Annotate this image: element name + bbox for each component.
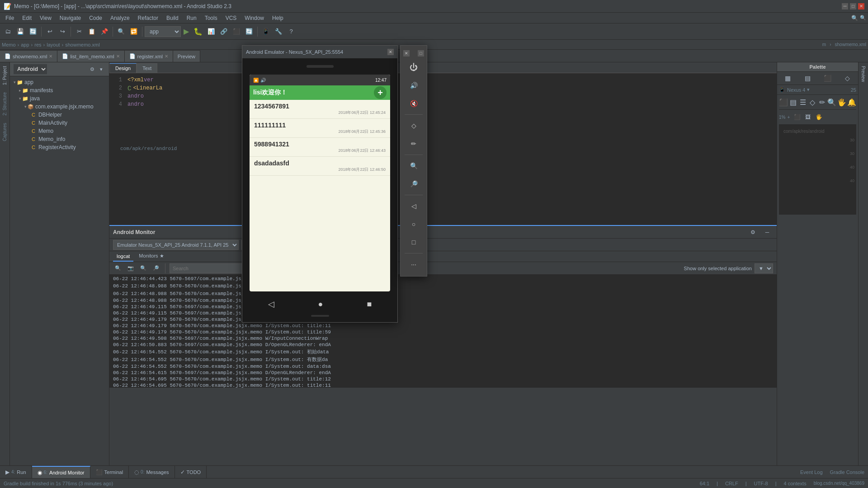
tree-item-manifests[interactable]: ▸ 📁 manifests — [10, 86, 109, 94]
menu-help[interactable]: Help — [269, 14, 287, 22]
toolbar-sdk[interactable]: 🔧 — [273, 26, 284, 38]
gradle-console-btn[interactable]: Gradle Console — [826, 469, 868, 475]
bottom-tab-terminal[interactable]: ⬛ Terminal — [90, 466, 129, 478]
emulator-titlebar[interactable]: Android Emulator - Nexus_5X_API_25:5554 … — [242, 46, 397, 58]
home-btn-ctrl[interactable]: ○ — [406, 216, 422, 232]
collapse-all-button[interactable]: ▾ — [97, 65, 105, 73]
memo-item-1[interactable]: 111111111 2018年06月22日 12:45:36 — [250, 119, 390, 138]
run-button[interactable]: ▶ — [182, 26, 191, 37]
logcat-tab[interactable]: logcat — [113, 252, 133, 262]
breadcrumb-app[interactable]: app — [21, 42, 29, 47]
rotate-right-button[interactable]: ✏ — [406, 136, 422, 152]
back-btn-ctrl[interactable]: ◁ — [406, 198, 422, 214]
log-line-11[interactable]: 06-22 12:46:54.552 5670-5670/com.example… — [109, 348, 777, 356]
rvtab-preview[interactable]: Preview — [860, 62, 867, 86]
log-line-16[interactable]: 06-22 12:46:54.695 5670-5670/com.example… — [109, 382, 777, 388]
memo-item-2[interactable]: 5988941321 2018年06月22日 12:46:43 — [250, 138, 390, 157]
menu-code[interactable]: Code — [85, 14, 106, 22]
palette-layout-icon[interactable]: ⬛ — [822, 73, 833, 84]
emu-close[interactable]: ✕ — [403, 50, 410, 56]
toolbar-attach[interactable]: 🔗 — [218, 26, 230, 38]
emulator-close-btn[interactable]: ✕ — [387, 49, 394, 55]
fullscreen-btn[interactable]: 🖼 — [802, 112, 813, 122]
toolbar-icon1[interactable]: 🗂 — [2, 26, 14, 38]
tab-list-item-memo[interactable]: 📄 list_item_memo.xml ✕ — [57, 50, 124, 62]
tab-preview[interactable]: Preview — [173, 50, 200, 62]
monitor-minimize-btn[interactable]: ─ — [761, 226, 773, 238]
toolbar-icon2[interactable]: 💾 — [14, 26, 26, 38]
breadcrumb-memo[interactable]: Memo — [2, 42, 16, 47]
bottom-tab-messages[interactable]: ◌ 0: Messages — [129, 466, 175, 478]
log-line-13[interactable]: 06-22 12:46:54.552 5670-5670/com.example… — [109, 363, 777, 370]
sync-button[interactable]: ⚙ — [88, 65, 96, 73]
tree-item-memo[interactable]: C Memo — [10, 127, 109, 135]
log-area[interactable]: 06-22 12:46:44.423 5670-5697/com.example… — [109, 275, 777, 388]
power-button[interactable]: ⏻ — [406, 59, 422, 75]
log-line-6[interactable]: 06-22 12:46:49.179 5670-5670/com.example… — [109, 316, 777, 323]
log-line-1[interactable]: 06-22 12:46:48.988 5670-5670/com.example… — [109, 282, 777, 290]
monitor-settings-btn[interactable]: ⚙ — [747, 226, 759, 238]
tree-item-java[interactable]: ▾ 📁 java — [10, 94, 109, 103]
menu-refactor[interactable]: Refactor — [134, 14, 162, 22]
palette-tool6[interactable]: 🔍 — [827, 97, 836, 108]
recents-btn-ctrl[interactable]: □ — [406, 234, 422, 250]
log-line-8[interactable]: 06-22 12:46:49.179 5670-5670/com.example… — [109, 329, 777, 335]
device-selector[interactable]: Emulator Nexus_5X_API_25 Android 7.1.1, … — [113, 240, 239, 250]
text-tab[interactable]: Text — [137, 63, 157, 73]
log-line-0[interactable]: 06-22 12:46:44.423 5670-5697/com.example… — [109, 276, 777, 282]
log-line-10[interactable]: 06-22 12:46:50.883 5670-5697/com.example… — [109, 342, 777, 348]
menu-analyze[interactable]: Analyze — [107, 14, 133, 22]
close-button[interactable]: ✕ — [858, 3, 864, 9]
menu-view[interactable]: View — [36, 14, 55, 22]
log-line-14[interactable]: 06-22 12:46:54.615 5670-5697/com.example… — [109, 370, 777, 376]
palette-tool7[interactable]: 🖐 — [837, 97, 846, 108]
rotate-left-button[interactable]: ◇ — [406, 117, 422, 134]
tree-item-registeractivity[interactable]: C RegisterActivity — [10, 143, 109, 151]
log-line-7[interactable]: 06-22 12:46:49.179 5670-5670/com.example… — [109, 323, 777, 329]
vtab-structure[interactable]: 2: Structure — [1, 89, 8, 119]
editor-xml[interactable]: 1 <?xml ver 2 C <LinearLa 3 andro — [109, 73, 777, 225]
pan-btn[interactable]: 🖐 — [813, 112, 824, 122]
breadcrumb-file[interactable]: showmemo.xml — [65, 42, 99, 47]
vtab-captures[interactable]: Captures — [1, 119, 8, 145]
toolbar-replace[interactable]: 🔁 — [128, 26, 140, 38]
breadcrumb-res[interactable]: res — [34, 42, 41, 47]
close-tab-showmemo[interactable]: ✕ — [49, 54, 52, 59]
logcat-zoom-out[interactable]: 🔎 — [151, 263, 161, 273]
zoom-out-button[interactable]: 🔎 — [406, 176, 422, 192]
tree-item-package[interactable]: ▾ 📦 com.example.jsjx.memo — [10, 103, 109, 111]
tree-item-mainactivity[interactable]: C MainActivity — [10, 119, 109, 127]
toolbar-stop[interactable]: ⬛ — [231, 26, 242, 38]
memo-item-3[interactable]: dsadadasfd 2018年06月22日 12:46:50 — [250, 157, 390, 176]
log-line-15[interactable]: 06-22 12:46:54.695 5670-5670/com.example… — [109, 376, 777, 382]
toolbar-copy[interactable]: 📋 — [86, 26, 98, 38]
bottom-tab-run[interactable]: ▶ 4: Run — [0, 466, 32, 478]
log-line-12[interactable]: 06-22 12:46:54.552 5670-5670/com.example… — [109, 356, 777, 363]
home-button[interactable]: ● — [318, 300, 323, 309]
toolbar-undo[interactable]: ↩ — [44, 26, 56, 38]
palette-grid-icon[interactable]: ▦ — [783, 73, 793, 84]
palette-tool2[interactable]: ▤ — [789, 97, 797, 108]
palette-tool1[interactable]: ⬛ — [779, 97, 788, 108]
toolbar-avd[interactable]: 📱 — [260, 26, 272, 38]
monitors-tab[interactable]: Monitors ★ — [135, 251, 167, 262]
menu-file[interactable]: File — [2, 14, 18, 22]
logcat-icon1[interactable]: 🔍 — [113, 263, 123, 273]
toolbar-sync[interactable]: 🔄 — [243, 26, 255, 38]
line-ending[interactable]: CRLF — [725, 481, 738, 486]
close-tab-list[interactable]: ✕ — [116, 54, 120, 59]
debug-button[interactable]: 🐛 — [192, 26, 204, 37]
zoom-btn[interactable]: ⬛ — [792, 112, 802, 122]
event-log-btn[interactable]: Event Log — [797, 469, 826, 475]
palette-bell-icon[interactable]: 🔔 — [847, 97, 856, 108]
bottom-tab-todo[interactable]: ✓ TODO — [175, 466, 207, 478]
toolbar-redo[interactable]: ↪ — [57, 26, 68, 38]
design-canvas[interactable]: com/apk/res/android 30 30 40 40 — [779, 124, 856, 215]
toolbar-icon3[interactable]: 🔄 — [27, 26, 39, 38]
app-selector[interactable]: app — [145, 26, 181, 37]
tree-item-app[interactable]: ▾ 📁 app — [10, 78, 109, 86]
search-everywhere-button[interactable]: 🔍 — [850, 14, 859, 23]
logcat-icon2[interactable]: 📷 — [126, 263, 136, 273]
recents-button[interactable]: ■ — [367, 300, 372, 309]
show-selected-dropdown[interactable]: ▼ — [755, 263, 773, 273]
